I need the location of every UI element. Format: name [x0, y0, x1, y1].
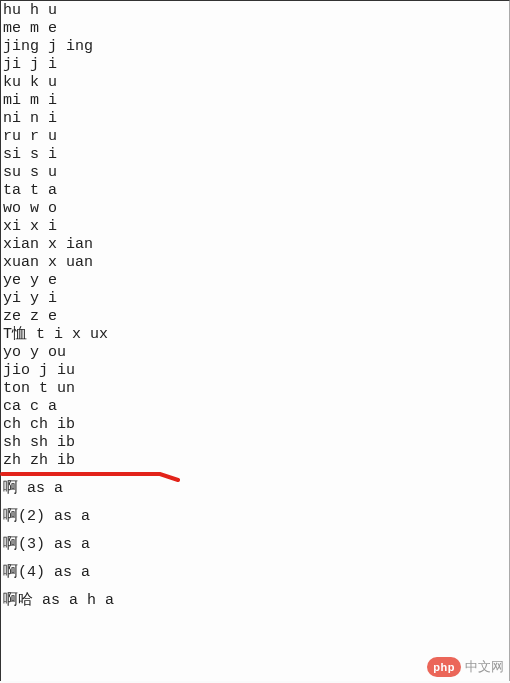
text-line: 啊(3) as a [3, 536, 509, 554]
text-line: ton t un [3, 380, 509, 398]
text-line: wo w o [3, 200, 509, 218]
text-line: ta t a [3, 182, 509, 200]
watermark: php 中文网 [427, 657, 504, 677]
text-line: xian x ian [3, 236, 509, 254]
text-line: ru r u [3, 128, 509, 146]
text-container: hu h ume m ejing j ingji j iku k umi m i… [0, 0, 510, 681]
text-line: ye y e [3, 272, 509, 290]
text-line: hu h u [3, 2, 509, 20]
text-line: ji j i [3, 56, 509, 74]
text-line: sh sh ib [3, 434, 509, 452]
text-line: ca c a [3, 398, 509, 416]
text-line: yo y ou [3, 344, 509, 362]
text-line: ku k u [3, 74, 509, 92]
text-line: 啊(4) as a [3, 564, 509, 582]
text-line: ze z e [3, 308, 509, 326]
text-line: ni n i [3, 110, 509, 128]
watermark-text: 中文网 [465, 658, 504, 676]
line-list: hu h ume m ejing j ingji j iku k umi m i… [3, 2, 509, 610]
text-line: T恤 t i x ux [3, 326, 509, 344]
text-line: 啊(2) as a [3, 508, 509, 526]
text-line: 啊哈 as a h a [3, 592, 509, 610]
text-line: ch ch ib [3, 416, 509, 434]
text-line: mi m i [3, 92, 509, 110]
text-line: xi x i [3, 218, 509, 236]
text-line: xuan x uan [3, 254, 509, 272]
text-line: su s u [3, 164, 509, 182]
text-line: si s i [3, 146, 509, 164]
text-line: jing j ing [3, 38, 509, 56]
text-line: zh zh ib [3, 452, 509, 470]
text-line: yi y i [3, 290, 509, 308]
text-line: 啊 as a [3, 480, 509, 498]
watermark-badge: php [427, 657, 461, 677]
text-line: jio j iu [3, 362, 509, 380]
text-line: me m e [3, 20, 509, 38]
